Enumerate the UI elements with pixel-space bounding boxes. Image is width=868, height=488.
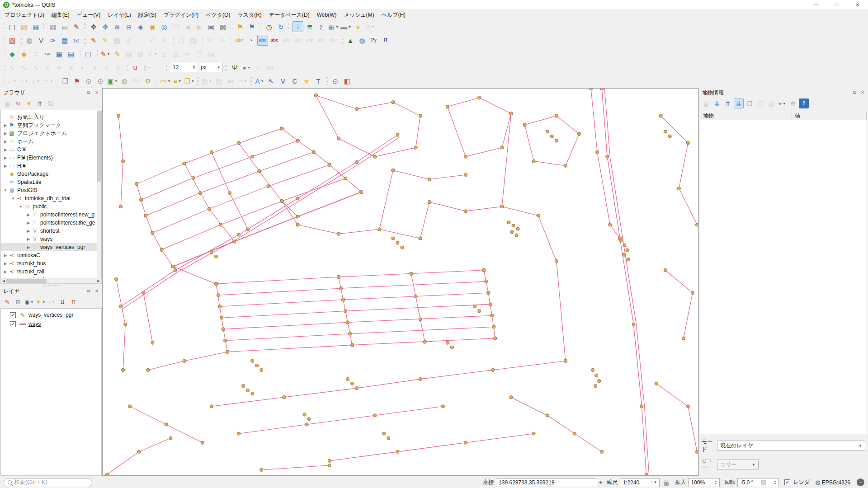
menu-item[interactable]: ビュー(V) [73, 10, 104, 20]
expander-open-icon[interactable]: ▼ [3, 188, 8, 192]
new-shapefile-layer-button[interactable]: ◆ [19, 48, 29, 59]
filter-browser-button[interactable]: ▼ [24, 99, 34, 108]
identify-features-button[interactable]: i [292, 21, 303, 32]
layer-visibility-checkbox[interactable]: ✓ [10, 321, 16, 327]
render-checkbox[interactable]: ✓ レンダ [784, 479, 810, 486]
scroll-right-icon[interactable]: ▶ [96, 279, 101, 283]
menu-item[interactable]: 設定(S) [135, 10, 160, 20]
globe-mesh-button[interactable]: ◍ [119, 75, 130, 86]
float-panel-icon[interactable]: ⧉ [851, 90, 858, 96]
new-map-view-button[interactable]: ▣ [206, 21, 217, 32]
menu-item[interactable]: メッシュ(M) [340, 10, 377, 20]
add-annotation-star-button[interactable]: ★ [301, 75, 312, 86]
new-point-layer-button[interactable]: ∵ [30, 48, 41, 59]
collapse-all-browser-button[interactable]: ⇈ [35, 99, 45, 108]
new-3d-map-view-button[interactable]: ▩ [217, 21, 228, 32]
labeling-options-button[interactable]: abc [257, 35, 268, 46]
expand-tree-button[interactable]: ⇊ [712, 99, 722, 108]
menu-item[interactable]: Web(W) [313, 10, 340, 19]
browser-item--[interactable]: ▶⌂ホーム [1, 137, 101, 145]
copy-style-button[interactable]: ❐ [60, 75, 71, 86]
identify-mode-button[interactable]: ⌖▼ [777, 99, 787, 108]
zoom-highlight-2-button[interactable]: ⊙ [95, 75, 106, 86]
menu-item[interactable]: ヘルプ(H) [378, 10, 410, 20]
browser-item--[interactable]: ▶▩プロジェクトホーム [1, 129, 101, 137]
browser-item-tomioka_db_c_trial[interactable]: ▼≺tomioka_db_c_trial [1, 194, 101, 202]
add-text-annotation-button[interactable]: T [313, 75, 324, 86]
browser-item-geopackage[interactable]: ◆GeoPackage [1, 170, 101, 178]
style-manager-button[interactable]: ✎ [71, 21, 82, 32]
browser-horizontal-scrollbar[interactable]: ◀ ▶ [0, 278, 102, 284]
browser-item-pointsofinterest-the_ge[interactable]: ▶∵pointsofinterest.the_ge [1, 219, 101, 227]
messages-icon[interactable]: ⋯ [857, 479, 864, 486]
filter-legend-button[interactable]: ▼▼ [35, 297, 46, 307]
select-rectangle-button[interactable]: ▭▼ [160, 75, 171, 86]
expander-closed-icon[interactable]: ▶ [3, 253, 8, 258]
layer-row-ways[interactable]: ✓ways [1, 319, 101, 328]
coordinate-extent-icon[interactable]: ⌖ [599, 479, 602, 486]
zoom-to-selection-button[interactable]: ◉ [147, 21, 158, 32]
expander-open-icon[interactable]: ▼ [10, 197, 16, 201]
layer-visibility-checkbox[interactable]: ✓ [10, 312, 16, 318]
zoom-highlight-button[interactable]: ⊙ [83, 75, 94, 86]
new-spatial-bookmark-button[interactable]: ⚑ [235, 21, 245, 32]
new-spatialite-layer-button[interactable]: ✑ [42, 48, 53, 59]
browser-item-tomiokac[interactable]: ▶≺tomiokaC [1, 251, 101, 259]
zoom-to-layer-button[interactable]: ◎ [159, 21, 170, 32]
maximize-button[interactable]: □ [826, 0, 847, 9]
expander-closed-icon[interactable]: ▶ [3, 131, 8, 136]
identify-settings-button[interactable]: ⚙ [788, 99, 798, 108]
zoom-in-button[interactable]: ⊕ [112, 21, 123, 32]
menu-item[interactable]: ラスタ(R) [234, 10, 265, 20]
refresh-browser-button[interactable]: ↻ [13, 99, 23, 108]
auxiliary-storage-button[interactable]: ▣▼ [107, 75, 118, 86]
browser-item-postgis[interactable]: ▼◍PostGIS [1, 186, 101, 194]
browser-item--[interactable]: ★お気に入り [1, 113, 101, 121]
layer-diagram-button[interactable]: ◔ [245, 35, 256, 46]
auto-expand-results-button[interactable]: ⇊ [734, 99, 744, 108]
menu-item[interactable]: レイヤ(L) [104, 10, 135, 20]
quickmap-services-button[interactable]: ◧ [342, 75, 353, 86]
browser-item-spatialite[interactable]: ✑SpatiaLite [1, 178, 101, 186]
collapse-all-layers-button[interactable]: ⇈ [68, 297, 78, 307]
manage-map-themes-button[interactable]: ◉▼ [24, 297, 34, 307]
open-layer-styling-button[interactable]: ✎ [2, 297, 12, 307]
expander-closed-icon[interactable]: ▶ [26, 229, 31, 233]
deselect-all-button[interactable]: ❐▼ [184, 75, 194, 86]
close-panel-icon[interactable]: ✕ [93, 89, 100, 96]
magnifier-spinbox[interactable]: 100% ▲▼ [688, 478, 720, 487]
scroll-left-icon[interactable]: ◀ [1, 279, 6, 283]
select-by-value-button[interactable]: ≡▼ [172, 75, 183, 86]
browser-item-h-[interactable]: ▶▭H:¥ [1, 162, 101, 170]
search-input[interactable]: 検索(Ctrl + K) [4, 478, 92, 487]
expander-closed-icon[interactable]: ▶ [3, 156, 8, 160]
add-mesh-layer-button[interactable]: ✑ [47, 35, 58, 46]
pan-map-button[interactable]: ✥ [88, 21, 99, 32]
browser-item-ways_vertices_pgr[interactable]: ▶∵ways_vertices_pgr [1, 243, 101, 251]
allow-edits-button[interactable]: ✎ [100, 35, 111, 46]
minimize-button[interactable]: ─ [806, 0, 826, 9]
osm-place-search-button[interactable]: ⊙ [330, 75, 341, 86]
datasource-manager-button[interactable]: ▧ [7, 35, 18, 46]
pan-to-selection-button[interactable]: ✥ [100, 21, 111, 32]
temporal-controller-button[interactable]: ◷ [264, 21, 274, 32]
pin-map-button[interactable]: ⚑ [71, 75, 82, 86]
metasearch-button[interactable]: ◍ [357, 35, 368, 46]
expander-closed-icon[interactable]: ▶ [3, 140, 8, 144]
refresh-map-button[interactable]: ↻ [275, 21, 286, 32]
trace-offset-button[interactable]: ●▼ [241, 62, 252, 73]
plugin-tree-button[interactable]: ▲ [345, 35, 356, 46]
save-project-button[interactable]: ▦ [30, 21, 41, 32]
browser-item-shortest[interactable]: ▶Vshortest [1, 227, 101, 235]
column-feature[interactable]: 地物 [700, 111, 792, 120]
browser-item-ways[interactable]: ▶Vways [1, 235, 101, 243]
browser-item-c-[interactable]: ▶▭C:¥ [1, 145, 101, 154]
plugin-console-button[interactable]: R [380, 35, 391, 46]
label-options-button[interactable]: A▼ [254, 75, 265, 86]
add-virtual-layer-button[interactable]: ✉ [71, 35, 82, 46]
new-scratch-layer-button[interactable]: ▢ [83, 48, 94, 59]
menu-item[interactable]: 編集(E) [48, 10, 73, 20]
expander-closed-icon[interactable]: ▶ [3, 164, 8, 168]
stepper-icons[interactable]: ▲▼ [714, 480, 717, 485]
new-geopackage-layer-button[interactable]: ◆ [7, 48, 18, 59]
